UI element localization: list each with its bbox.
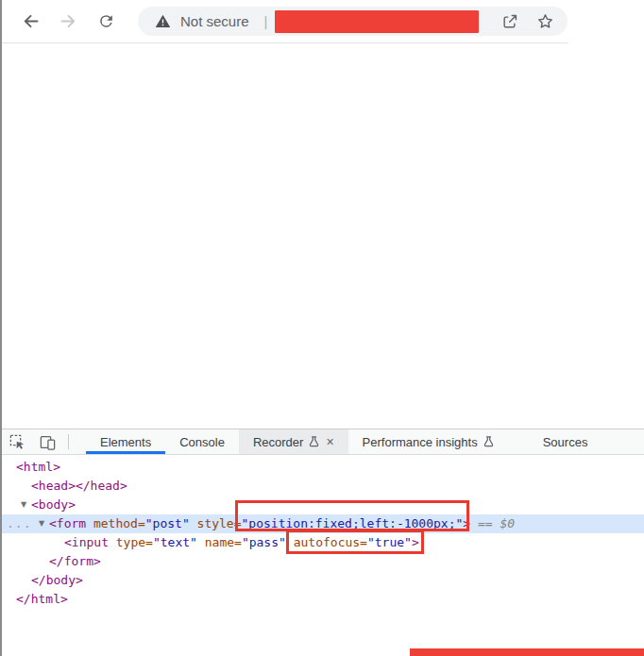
code-token-tag: > [463, 516, 470, 530]
code-token-attr: method= [86, 516, 145, 530]
tab-label: Elements [100, 435, 151, 449]
warning-triangle-icon[interactable] [155, 13, 171, 29]
close-icon[interactable]: × [326, 435, 333, 448]
expand-arrow-icon[interactable]: ▼ [21, 496, 31, 514]
dom-tree-node[interactable]: </form> [2, 552, 644, 571]
browser-window: Not secure | [0, 0, 644, 656]
tab-performance-insights[interactable]: Performance insights [348, 429, 508, 454]
forward-arrow-icon [59, 11, 78, 31]
code-token-tag: </html> [16, 592, 68, 606]
code-token-tag: <head></head> [31, 479, 127, 493]
tab-console[interactable]: Console [165, 429, 239, 454]
tab-sources[interactable]: Sources [529, 429, 602, 454]
code-token-attr: name= [197, 535, 242, 549]
address-bar[interactable]: Not secure | [138, 7, 568, 36]
browser-toolbar: Not secure | [2, 0, 644, 42]
code-token-attr: style= [190, 516, 242, 530]
code-token-tag: <form [49, 516, 86, 530]
node-overflow-dots: ... [7, 514, 31, 533]
dom-tree-node[interactable]: ▼<body> [2, 496, 644, 514]
dom-tree-node[interactable]: <input type="text" name="pass" autofocus… [2, 533, 644, 552]
code-token-value: "post" [145, 516, 190, 530]
inspect-element-icon [8, 433, 26, 451]
code-token-attr: type= [109, 535, 153, 549]
code-token-value: "text" [153, 535, 197, 549]
code-token-tag: <input [64, 535, 109, 549]
back-button[interactable] [15, 7, 45, 37]
experiment-flask-icon [483, 436, 494, 447]
tab-label: Performance insights [363, 435, 478, 449]
reload-icon [97, 12, 115, 30]
code-token-tag: > [412, 535, 419, 549]
elements-tree: <html><head></head>▼<body>...▼<form meth… [2, 455, 644, 609]
share-icon[interactable] [501, 12, 519, 30]
expand-arrow-icon[interactable]: ▼ [39, 514, 49, 533]
dom-tree-node[interactable]: </html> [2, 590, 644, 609]
url-separator: | [264, 13, 268, 29]
tab-label: Console [179, 435, 225, 449]
tab-elements[interactable]: Elements [86, 429, 165, 454]
dom-tree-node[interactable]: <head></head> [2, 477, 644, 496]
forward-button[interactable] [53, 7, 83, 37]
tab-recorder[interactable]: Recorder × [239, 429, 348, 454]
url-redaction-overlay [275, 10, 479, 33]
back-arrow-icon [21, 11, 41, 31]
tabbar-divider [68, 434, 69, 449]
dom-tree-node[interactable]: </body> [2, 571, 644, 590]
security-status-label[interactable]: Not secure [180, 13, 249, 29]
dom-tree-node[interactable]: ...▼<form method="post" style="position:… [2, 514, 644, 533]
tab-label: Recorder [253, 435, 303, 449]
code-token-value: "true" [367, 535, 412, 549]
dom-tree-node[interactable]: <html> [2, 458, 644, 477]
devtools-tabbar: Elements Console Recorder × Performance … [2, 429, 644, 455]
experiment-flask-icon [309, 436, 319, 447]
code-token-value: "position:fixed;left:-1000px;" [242, 516, 464, 530]
star-bookmark-icon[interactable] [536, 12, 554, 30]
code-token-tag: <html> [16, 460, 60, 474]
page-content [2, 43, 644, 429]
bottom-redaction-bar [410, 648, 644, 656]
code-token-attr: autofocus= [286, 535, 367, 549]
tab-label: Sources [543, 435, 588, 449]
code-token-meta: == $0 [470, 516, 515, 530]
device-toolbar-icon [39, 433, 57, 451]
code-token-tag: </form> [49, 554, 101, 568]
code-token-value: "pass" [242, 535, 286, 549]
code-token-tag: <body> [31, 497, 76, 512]
device-toolbar-button[interactable] [32, 429, 62, 454]
inspect-element-button[interactable] [2, 429, 32, 454]
code-token-tag: </body> [31, 573, 83, 587]
reload-button[interactable] [91, 7, 121, 37]
devtools-panel: Elements Console Recorder × Performance … [2, 429, 644, 656]
